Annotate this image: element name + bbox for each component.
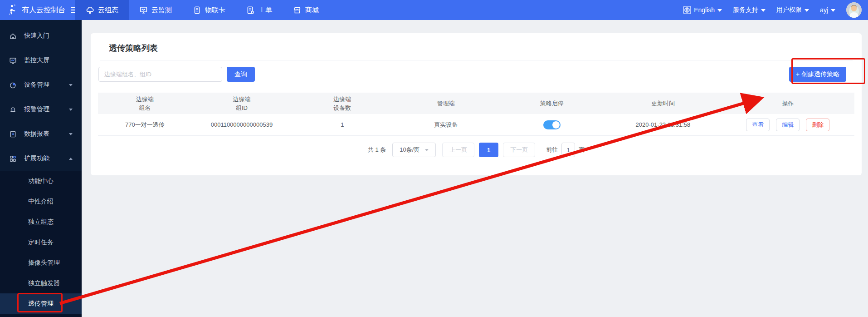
submenu-item-scheduled-tasks[interactable]: 定时任务 — [0, 232, 82, 253]
home-icon — [9, 32, 17, 40]
sidebar-item-label: 报警管理 — [24, 105, 62, 114]
submenu-item-standalone-config[interactable]: 独立组态 — [0, 212, 82, 232]
page-1-button[interactable]: 1 — [479, 143, 498, 157]
submenu-item-camera-management[interactable]: 摄像头管理 — [0, 253, 82, 273]
create-policy-button[interactable]: + 创建透传策略 — [789, 67, 846, 82]
delete-button[interactable]: 删除 — [806, 119, 829, 131]
cell-group-name: 770一对一透传 — [98, 121, 192, 129]
store-icon — [293, 6, 302, 15]
submenu-item-label: 独立组态 — [28, 218, 54, 226]
chevron-down-icon — [425, 149, 429, 151]
submenu-item-passthrough-management[interactable]: 透传管理 — [0, 293, 82, 314]
device-pie-icon — [9, 81, 17, 89]
policy-table: 边缘端组名 边缘端组ID 边缘端设备数 管理端 策略启停 更新时间 操作 770… — [98, 93, 854, 136]
next-page-button[interactable]: 下一页 — [503, 143, 535, 157]
username-label: ayj — [820, 6, 828, 14]
submenu-item-label: 定时任务 — [28, 238, 54, 247]
table-header-row: 边缘端组名 边缘端组ID 边缘端设备数 管理端 策略启停 更新时间 操作 — [98, 93, 854, 114]
col-header-policy-switch: 策略启停 — [499, 99, 605, 108]
page-size-select[interactable]: 10条/页 — [392, 143, 436, 157]
work-order-icon — [246, 6, 255, 15]
topnav-item-label: 云监测 — [151, 6, 172, 15]
col-header-actions: 操作 — [721, 99, 854, 108]
policy-list-card: 透传策略列表 查询 + 创建透传策略 边缘端组名 边缘端组ID 边缘端设备数 — [91, 33, 862, 175]
sidebar-item-monitor-screen[interactable]: 监控大屏 — [0, 48, 82, 73]
topnav-item-cloud-monitor[interactable]: 云监测 — [129, 0, 182, 20]
search-button[interactable]: 查询 — [227, 67, 255, 82]
sidebar-item-label: 快速入门 — [24, 32, 73, 40]
page-title: 透传策略列表 — [91, 33, 862, 60]
permission-menu[interactable]: 用户权限 — [776, 6, 809, 14]
topbar: 有人云控制台 云组态 云监测 物联卡 — [0, 0, 868, 20]
goto-page-input[interactable] — [561, 143, 575, 157]
col-header-edge-device-count: 边缘端设备数 — [292, 95, 393, 112]
topnav: 云组态 云监测 物联卡 工单 — [75, 0, 329, 20]
cell-policy-switch — [499, 120, 605, 129]
support-menu[interactable]: 服务支持 — [733, 6, 766, 14]
monitor-chart-icon — [139, 6, 148, 15]
big-screen-icon — [9, 57, 17, 64]
prev-page-button[interactable]: 上一页 — [442, 143, 474, 157]
sidebar-item-label: 设备管理 — [24, 81, 62, 89]
topnav-item-mall[interactable]: 商城 — [283, 0, 329, 20]
main-content: 透传策略列表 查询 + 创建透传策略 边缘端组名 边缘端组ID 边缘端设备数 — [82, 20, 868, 317]
sidebar-item-device-management[interactable]: 设备管理 — [0, 73, 82, 97]
col-header-edge-group-id: 边缘端组ID — [192, 95, 292, 112]
brand: 有人云控制台 — [0, 0, 75, 20]
topnav-item-label: 工单 — [258, 6, 272, 15]
chevron-down-icon — [761, 9, 766, 12]
policy-toggle-on[interactable] — [543, 120, 561, 129]
topnav-item-work-order[interactable]: 工单 — [236, 0, 283, 20]
chevron-up-icon — [69, 158, 73, 160]
user-menu[interactable]: ayj — [820, 6, 835, 14]
language-label: English — [694, 6, 715, 14]
submenu-item-label: 独立触发器 — [28, 279, 60, 287]
chevron-down-icon — [69, 109, 73, 111]
language-selector[interactable]: English — [683, 6, 722, 14]
submenu-item-standalone-trigger[interactable]: 独立触发器 — [0, 273, 82, 293]
topnav-item-label: 物联卡 — [205, 6, 225, 15]
chevron-down-icon — [717, 9, 722, 12]
sidebar-main: 快速入门 监控大屏 设备管理 报警管理 — [0, 20, 82, 171]
sidebar-item-alarm-management[interactable]: 报警管理 — [0, 97, 82, 122]
submenu-item-label: 中性介绍 — [28, 198, 54, 206]
topnav-item-label: 商城 — [305, 6, 319, 15]
submenu-item-function-center[interactable]: 功能中心 — [0, 171, 82, 191]
submenu-item-neutral-intro[interactable]: 中性介绍 — [0, 191, 82, 212]
permission-label: 用户权限 — [776, 6, 802, 14]
submenu-item-label: 透传管理 — [28, 300, 54, 308]
col-header-update-time: 更新时间 — [605, 99, 722, 108]
topnav-item-cloud-config[interactable]: 云组态 — [75, 0, 129, 20]
cell-update-time: 2020-01-22 18:31:58 — [605, 121, 722, 128]
support-label: 服务支持 — [733, 6, 758, 14]
topnav-item-iot-card[interactable]: 物联卡 — [182, 0, 236, 20]
sidebar-item-label: 数据报表 — [24, 130, 62, 138]
sidebar-submenu: 功能中心 中性介绍 独立组态 定时任务 摄像头管理 独立触发器 透传管理 — [0, 171, 82, 317]
total-count-label: 共 1 条 — [368, 146, 386, 154]
cloud-icon — [86, 6, 94, 15]
globe-icon — [683, 6, 691, 14]
page: 有人云控制台 云组态 云监测 物联卡 — [0, 0, 868, 317]
page-size-value: 10条/页 — [400, 146, 419, 154]
search-input[interactable] — [98, 67, 222, 82]
sidebar-item-label: 监控大屏 — [24, 56, 73, 64]
report-icon — [9, 130, 17, 138]
sidebar-item-data-report[interactable]: 数据报表 — [0, 122, 82, 146]
edit-button[interactable]: 编辑 — [776, 119, 800, 131]
submenu-item-label: 摄像头管理 — [28, 259, 60, 267]
goto-label: 前往 — [546, 146, 558, 154]
avatar[interactable] — [846, 2, 862, 18]
view-button[interactable]: 查看 — [746, 119, 770, 131]
chevron-down-icon — [831, 9, 835, 12]
pagination: 共 1 条 10条/页 上一页 1 下一页 前往 页 — [91, 143, 862, 157]
cell-actions: 查看 编辑 删除 — [721, 119, 854, 131]
table-row: 770一对一透传 0001100000000000539 1 真实设备 2020… — [98, 114, 854, 136]
sidebar-item-extensions[interactable]: 扩展功能 — [0, 146, 82, 171]
submenu-item-label: 功能中心 — [28, 177, 54, 185]
cell-group-id: 0001100000000000539 — [192, 121, 292, 128]
sidebar-item-quick-start[interactable]: 快速入门 — [0, 24, 82, 48]
toolbar: 查询 + 创建透传策略 — [91, 60, 862, 82]
chevron-down-icon — [805, 9, 809, 12]
chevron-down-icon — [69, 133, 73, 135]
goto-unit-label: 页 — [579, 146, 585, 154]
